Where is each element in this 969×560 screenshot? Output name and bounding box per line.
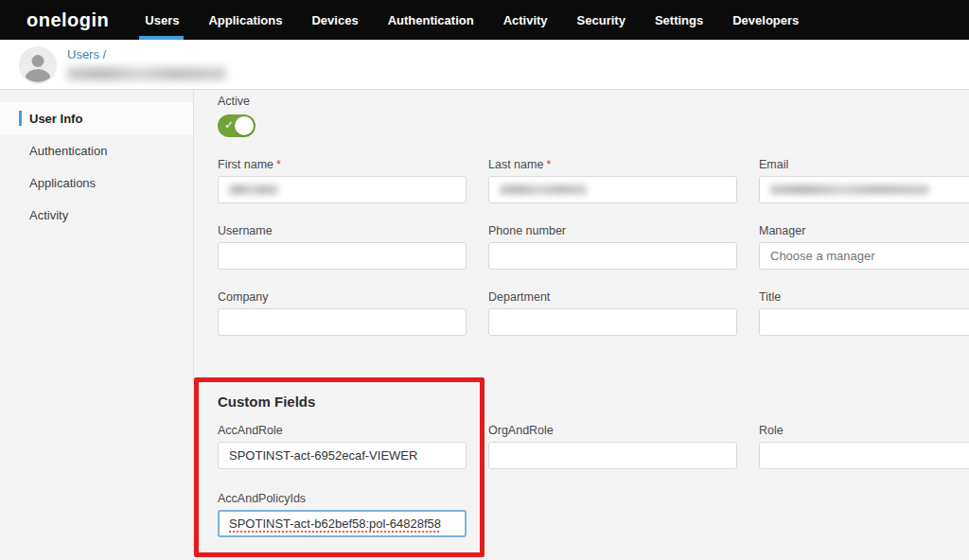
active-toggle[interactable]: ✓ [218,114,255,137]
email-label: Email [759,158,969,171]
nav-item-label: Activity [503,13,548,27]
sidebar-item-label: User Info [29,112,82,126]
redacted-text-block [67,67,226,80]
title-input[interactable] [759,308,969,336]
field-phone: Phone number [488,224,737,270]
field-title: Title [759,290,969,336]
nav-item-label: Developers [732,13,799,27]
email-input[interactable] [759,176,969,203]
field-username: Username [218,224,467,270]
nav-item-authentication[interactable]: Authentication [388,0,474,40]
first-name-label: First name* [218,158,467,171]
phone-input[interactable] [488,242,737,270]
user-info-form: Active ✓ First name* Last name* Email U [194,90,969,560]
sidebar-item-label: Authentication [29,144,107,158]
manager-label: Manager [759,224,969,237]
department-label: Department [488,290,737,304]
last-name-label: Last name* [488,158,737,171]
username-input[interactable] [218,242,467,270]
username-label: Username [218,224,467,237]
check-icon: ✓ [224,118,234,131]
sidebar-item-label: Activity [29,208,68,222]
company-label: Company [218,290,467,304]
org-and-role-input[interactable] [488,442,737,469]
redacted-text-block [500,184,587,195]
nav-item-label: Authentication [388,13,474,27]
manager-input[interactable] [759,242,969,270]
nav-item-label: Security [577,13,625,27]
redacted-text-block [770,184,929,195]
department-input[interactable] [488,308,737,336]
role-label: Role [759,424,969,437]
user-avatar-icon [19,46,57,84]
top-nav: onelogin Users Applications Devices Auth… [0,0,969,40]
field-email: Email [759,158,969,203]
field-acc-and-policy-ids: AccAndPolicyIds SPOTINST-act-b62bef58:po… [218,492,467,537]
spellcheck-underlined-value: SPOTINST-act-b62bef58:pol-64828f58 [229,516,441,531]
nav-item-users[interactable]: Users [145,0,179,40]
field-department: Department [488,290,737,336]
nav-item-label: Devices [311,13,358,27]
sidebar-item-user-info[interactable]: User Info [0,102,193,134]
acc-and-role-input[interactable] [218,442,467,469]
field-org-and-role: OrgAndRole [488,424,737,469]
nav-item-activity[interactable]: Activity [503,0,548,40]
nav-item-applications[interactable]: Applications [208,0,282,40]
sidebar-item-label: Applications [29,176,96,190]
active-label: Active [218,95,969,108]
sidebar-item-activity[interactable]: Activity [0,199,193,231]
field-company: Company [218,290,467,336]
field-first-name: First name* [218,158,467,203]
content-shell: User Info Authentication Applications Ac… [0,90,969,560]
nav-item-devices[interactable]: Devices [311,0,358,40]
title-label: Title [759,290,969,304]
user-name-redacted [67,64,226,81]
field-role: Role [759,424,969,469]
required-marker: * [546,158,551,171]
sidebar-item-applications[interactable]: Applications [0,166,193,199]
first-name-input[interactable] [218,176,467,203]
acc-and-role-label: AccAndRole [218,424,467,437]
field-last-name: Last name* [488,158,737,203]
sidebar-item-authentication[interactable]: Authentication [0,134,193,166]
acc-and-policy-ids-input[interactable]: SPOTINST-act-b62bef58:pol-64828f58 [218,510,467,537]
company-input[interactable] [218,308,467,336]
nav-item-label: Settings [655,13,703,27]
nav-item-label: Applications [208,13,282,27]
page-header: Users / [0,40,969,90]
field-acc-and-role: AccAndRole [218,424,467,469]
nav-item-developers[interactable]: Developers [732,0,799,40]
nav-item-label: Users [145,13,179,27]
last-name-input[interactable] [488,176,737,203]
field-manager: Manager [759,224,969,270]
role-input[interactable] [759,442,969,469]
active-item-indicator [19,111,22,126]
redacted-text-block [229,184,278,195]
acc-and-policy-ids-label: AccAndPolicyIds [218,492,467,505]
org-and-role-label: OrgAndRole [488,424,737,437]
custom-fields-section: Custom Fields AccAndRole OrgAndRole Role [218,377,969,557]
toggle-knob [235,116,254,135]
required-marker: * [276,158,281,171]
custom-fields-heading: Custom Fields [218,394,969,410]
phone-label: Phone number [488,224,737,237]
nav-item-settings[interactable]: Settings [655,0,703,40]
sidebar: User Info Authentication Applications Ac… [0,90,194,560]
breadcrumb[interactable]: Users / [67,47,106,61]
nav-item-security[interactable]: Security [577,0,625,40]
onelogin-logo: onelogin [26,9,109,31]
